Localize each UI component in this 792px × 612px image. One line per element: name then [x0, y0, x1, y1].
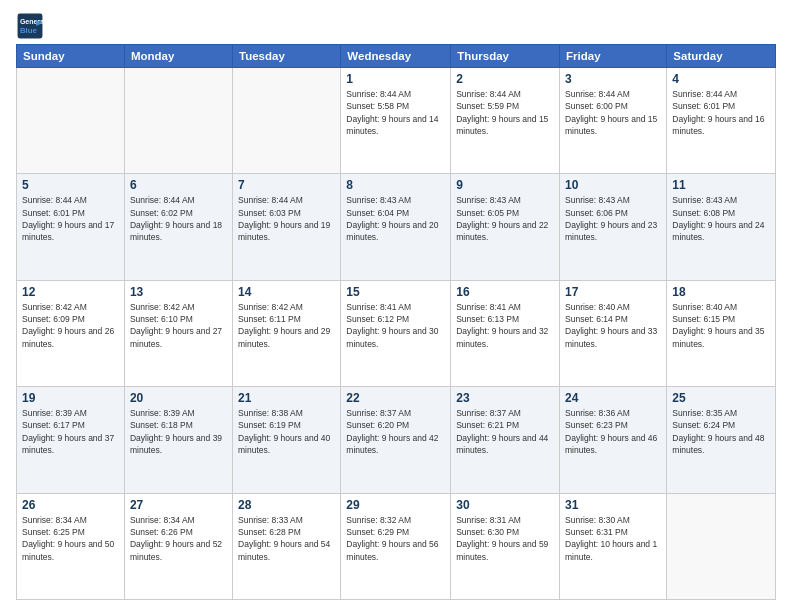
calendar: SundayMondayTuesdayWednesdayThursdayFrid… — [16, 44, 776, 600]
cell-info: Sunrise: 8:37 AM Sunset: 6:21 PM Dayligh… — [456, 407, 554, 456]
day-number: 22 — [346, 391, 445, 405]
week-row-3: 12Sunrise: 8:42 AM Sunset: 6:09 PM Dayli… — [17, 280, 776, 386]
cell-info: Sunrise: 8:40 AM Sunset: 6:14 PM Dayligh… — [565, 301, 661, 350]
calendar-cell: 19Sunrise: 8:39 AM Sunset: 6:17 PM Dayli… — [17, 387, 125, 493]
calendar-cell: 1Sunrise: 8:44 AM Sunset: 5:58 PM Daylig… — [341, 68, 451, 174]
cell-info: Sunrise: 8:36 AM Sunset: 6:23 PM Dayligh… — [565, 407, 661, 456]
calendar-cell: 15Sunrise: 8:41 AM Sunset: 6:12 PM Dayli… — [341, 280, 451, 386]
day-number: 19 — [22, 391, 119, 405]
calendar-cell: 3Sunrise: 8:44 AM Sunset: 6:00 PM Daylig… — [560, 68, 667, 174]
calendar-cell: 23Sunrise: 8:37 AM Sunset: 6:21 PM Dayli… — [451, 387, 560, 493]
cell-info: Sunrise: 8:31 AM Sunset: 6:30 PM Dayligh… — [456, 514, 554, 563]
day-number: 20 — [130, 391, 227, 405]
cell-info: Sunrise: 8:32 AM Sunset: 6:29 PM Dayligh… — [346, 514, 445, 563]
day-number: 25 — [672, 391, 770, 405]
cell-info: Sunrise: 8:42 AM Sunset: 6:10 PM Dayligh… — [130, 301, 227, 350]
day-number: 8 — [346, 178, 445, 192]
cell-info: Sunrise: 8:44 AM Sunset: 6:01 PM Dayligh… — [672, 88, 770, 137]
cell-info: Sunrise: 8:39 AM Sunset: 6:18 PM Dayligh… — [130, 407, 227, 456]
day-number: 1 — [346, 72, 445, 86]
weekday-header-tuesday: Tuesday — [233, 45, 341, 68]
cell-info: Sunrise: 8:44 AM Sunset: 6:03 PM Dayligh… — [238, 194, 335, 243]
calendar-cell: 10Sunrise: 8:43 AM Sunset: 6:06 PM Dayli… — [560, 174, 667, 280]
cell-info: Sunrise: 8:42 AM Sunset: 6:09 PM Dayligh… — [22, 301, 119, 350]
day-number: 14 — [238, 285, 335, 299]
cell-info: Sunrise: 8:43 AM Sunset: 6:08 PM Dayligh… — [672, 194, 770, 243]
calendar-cell: 20Sunrise: 8:39 AM Sunset: 6:18 PM Dayli… — [124, 387, 232, 493]
weekday-header-saturday: Saturday — [667, 45, 776, 68]
week-row-2: 5Sunrise: 8:44 AM Sunset: 6:01 PM Daylig… — [17, 174, 776, 280]
calendar-cell: 26Sunrise: 8:34 AM Sunset: 6:25 PM Dayli… — [17, 493, 125, 599]
svg-text:Blue: Blue — [20, 26, 38, 35]
cell-info: Sunrise: 8:44 AM Sunset: 6:02 PM Dayligh… — [130, 194, 227, 243]
day-number: 29 — [346, 498, 445, 512]
day-number: 13 — [130, 285, 227, 299]
weekday-header-sunday: Sunday — [17, 45, 125, 68]
calendar-cell: 5Sunrise: 8:44 AM Sunset: 6:01 PM Daylig… — [17, 174, 125, 280]
cell-info: Sunrise: 8:44 AM Sunset: 6:00 PM Dayligh… — [565, 88, 661, 137]
page: General Blue SundayMondayTuesdayWednesda… — [0, 0, 792, 612]
cell-info: Sunrise: 8:35 AM Sunset: 6:24 PM Dayligh… — [672, 407, 770, 456]
calendar-cell: 16Sunrise: 8:41 AM Sunset: 6:13 PM Dayli… — [451, 280, 560, 386]
calendar-cell — [667, 493, 776, 599]
week-row-5: 26Sunrise: 8:34 AM Sunset: 6:25 PM Dayli… — [17, 493, 776, 599]
day-number: 9 — [456, 178, 554, 192]
calendar-cell: 4Sunrise: 8:44 AM Sunset: 6:01 PM Daylig… — [667, 68, 776, 174]
day-number: 6 — [130, 178, 227, 192]
day-number: 11 — [672, 178, 770, 192]
weekday-header-monday: Monday — [124, 45, 232, 68]
calendar-table: SundayMondayTuesdayWednesdayThursdayFrid… — [16, 44, 776, 600]
cell-info: Sunrise: 8:43 AM Sunset: 6:04 PM Dayligh… — [346, 194, 445, 243]
calendar-cell: 29Sunrise: 8:32 AM Sunset: 6:29 PM Dayli… — [341, 493, 451, 599]
day-number: 17 — [565, 285, 661, 299]
calendar-cell: 18Sunrise: 8:40 AM Sunset: 6:15 PM Dayli… — [667, 280, 776, 386]
day-number: 4 — [672, 72, 770, 86]
day-number: 15 — [346, 285, 445, 299]
cell-info: Sunrise: 8:41 AM Sunset: 6:13 PM Dayligh… — [456, 301, 554, 350]
day-number: 23 — [456, 391, 554, 405]
cell-info: Sunrise: 8:44 AM Sunset: 5:58 PM Dayligh… — [346, 88, 445, 137]
day-number: 18 — [672, 285, 770, 299]
calendar-cell: 12Sunrise: 8:42 AM Sunset: 6:09 PM Dayli… — [17, 280, 125, 386]
cell-info: Sunrise: 8:37 AM Sunset: 6:20 PM Dayligh… — [346, 407, 445, 456]
calendar-cell: 17Sunrise: 8:40 AM Sunset: 6:14 PM Dayli… — [560, 280, 667, 386]
calendar-cell: 6Sunrise: 8:44 AM Sunset: 6:02 PM Daylig… — [124, 174, 232, 280]
cell-info: Sunrise: 8:34 AM Sunset: 6:26 PM Dayligh… — [130, 514, 227, 563]
cell-info: Sunrise: 8:44 AM Sunset: 6:01 PM Dayligh… — [22, 194, 119, 243]
calendar-cell: 24Sunrise: 8:36 AM Sunset: 6:23 PM Dayli… — [560, 387, 667, 493]
calendar-cell: 2Sunrise: 8:44 AM Sunset: 5:59 PM Daylig… — [451, 68, 560, 174]
calendar-cell: 25Sunrise: 8:35 AM Sunset: 6:24 PM Dayli… — [667, 387, 776, 493]
calendar-cell — [233, 68, 341, 174]
cell-info: Sunrise: 8:42 AM Sunset: 6:11 PM Dayligh… — [238, 301, 335, 350]
day-number: 16 — [456, 285, 554, 299]
day-number: 30 — [456, 498, 554, 512]
cell-info: Sunrise: 8:39 AM Sunset: 6:17 PM Dayligh… — [22, 407, 119, 456]
day-number: 26 — [22, 498, 119, 512]
day-number: 5 — [22, 178, 119, 192]
day-number: 21 — [238, 391, 335, 405]
day-number: 31 — [565, 498, 661, 512]
weekday-header-wednesday: Wednesday — [341, 45, 451, 68]
week-row-4: 19Sunrise: 8:39 AM Sunset: 6:17 PM Dayli… — [17, 387, 776, 493]
day-number: 2 — [456, 72, 554, 86]
day-number: 24 — [565, 391, 661, 405]
calendar-cell: 11Sunrise: 8:43 AM Sunset: 6:08 PM Dayli… — [667, 174, 776, 280]
week-row-1: 1Sunrise: 8:44 AM Sunset: 5:58 PM Daylig… — [17, 68, 776, 174]
calendar-cell — [124, 68, 232, 174]
day-number: 7 — [238, 178, 335, 192]
day-number: 10 — [565, 178, 661, 192]
cell-info: Sunrise: 8:30 AM Sunset: 6:31 PM Dayligh… — [565, 514, 661, 563]
cell-info: Sunrise: 8:44 AM Sunset: 5:59 PM Dayligh… — [456, 88, 554, 137]
day-number: 12 — [22, 285, 119, 299]
calendar-cell: 31Sunrise: 8:30 AM Sunset: 6:31 PM Dayli… — [560, 493, 667, 599]
calendar-cell — [17, 68, 125, 174]
calendar-cell: 14Sunrise: 8:42 AM Sunset: 6:11 PM Dayli… — [233, 280, 341, 386]
calendar-cell: 21Sunrise: 8:38 AM Sunset: 6:19 PM Dayli… — [233, 387, 341, 493]
cell-info: Sunrise: 8:33 AM Sunset: 6:28 PM Dayligh… — [238, 514, 335, 563]
day-number: 28 — [238, 498, 335, 512]
calendar-cell: 7Sunrise: 8:44 AM Sunset: 6:03 PM Daylig… — [233, 174, 341, 280]
calendar-cell: 22Sunrise: 8:37 AM Sunset: 6:20 PM Dayli… — [341, 387, 451, 493]
logo: General Blue — [16, 12, 48, 40]
calendar-cell: 13Sunrise: 8:42 AM Sunset: 6:10 PM Dayli… — [124, 280, 232, 386]
calendar-cell: 8Sunrise: 8:43 AM Sunset: 6:04 PM Daylig… — [341, 174, 451, 280]
